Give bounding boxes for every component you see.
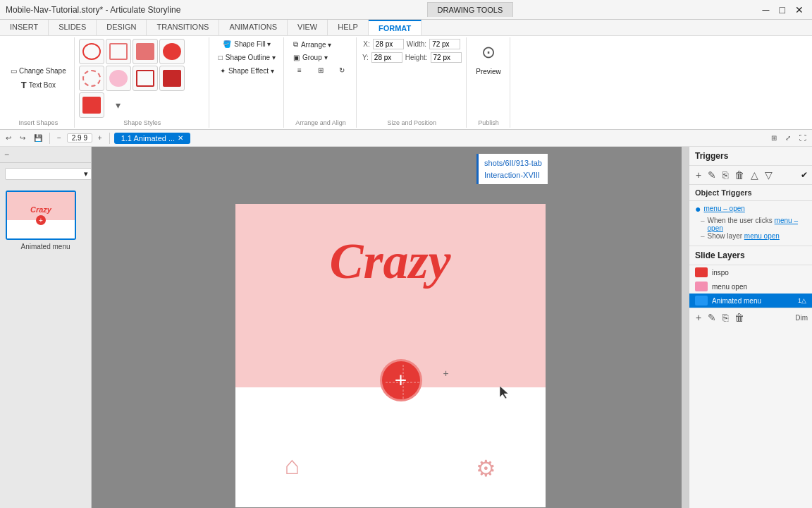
tab-format[interactable]: FORMAT (369, 20, 422, 35)
size-position-content: X: Width: Y: Height: (362, 39, 462, 118)
tab-design[interactable]: DESIGN (97, 20, 147, 35)
redo-btn[interactable]: ↪ (17, 133, 28, 143)
trigger-text: menu – open (703, 204, 744, 214)
svg-marker-2 (500, 386, 508, 399)
view-controls: ⊞ ⤢ ⛶ (768, 133, 809, 143)
align-btn[interactable]: ≡ (290, 65, 309, 75)
title-bar-tabs: DRAWING TOOLS (427, 2, 514, 17)
center-plus-button[interactable]: + (380, 359, 422, 401)
zoom-out-btn[interactable]: − (54, 133, 64, 143)
shape-style-3[interactable] (133, 39, 158, 64)
text-box-btn[interactable]: T Text Box (7, 78, 70, 92)
text-box-icon: T (21, 80, 27, 90)
title-bar: Mobile-Nav-Tutorial.story* - Articulate … (0, 0, 812, 20)
panel-collapse-btn[interactable]: − (4, 150, 9, 159)
layer-inspo[interactable]: inspo (689, 265, 812, 279)
home-icon[interactable]: ⌂ (285, 451, 300, 480)
triggers-header: Triggers (689, 147, 812, 166)
tab-slides[interactable]: SLIDES (49, 20, 97, 35)
layer-menu-open[interactable]: menu open (689, 279, 812, 294)
slide-tabs-area: 1.1 Animated ... ✕ (114, 133, 190, 144)
layer-add-btn[interactable]: + (694, 310, 703, 325)
tab-animations[interactable]: ANIMATIONS (219, 20, 288, 35)
height-input[interactable] (431, 52, 462, 63)
preview-btn[interactable]: Preview (476, 68, 501, 75)
trigger-move-up-btn[interactable]: △ (749, 168, 761, 182)
layer-edit-btn[interactable]: ✎ (706, 310, 718, 325)
shape-style-6[interactable] (106, 66, 131, 91)
trigger-edit-btn[interactable]: ✎ (706, 168, 718, 182)
undo-btn[interactable]: ↩ (3, 133, 14, 143)
shape-style-9[interactable] (79, 92, 104, 118)
trigger-delete-btn[interactable]: 🗑 (732, 168, 746, 182)
close-btn[interactable]: ✕ (792, 4, 806, 16)
trigger-click-link[interactable]: menu – open (708, 217, 798, 232)
rotate-btn[interactable]: ↻ (332, 65, 352, 75)
tab-insert[interactable]: INSERT (0, 20, 49, 35)
shape-style-5[interactable] (79, 66, 104, 91)
tab-help[interactable]: HELP (328, 20, 369, 35)
shape-style-4[interactable] (159, 39, 185, 64)
canvas-area[interactable]: shots/6II/913-tabInteraction-XVIII Crazy… (92, 147, 689, 508)
normal-view-btn[interactable]: ⊞ (768, 133, 780, 143)
insert-shapes-group: ▭ Change Shape T Text Box Insert Shapes (3, 37, 75, 128)
slide-thumbnail[interactable]: Crazy + (6, 190, 76, 240)
trigger-when-text: When the user clicks menu – open (708, 217, 812, 232)
shape-style-8[interactable] (159, 66, 185, 91)
trigger-move-down-btn[interactable]: ▽ (763, 168, 775, 182)
fit-btn[interactable]: ⤢ (782, 133, 794, 143)
distribute-btn[interactable]: ⊞ (311, 65, 331, 75)
menu-open-link[interactable]: menu – open (703, 205, 744, 212)
layer-menu-open-name: menu open (712, 283, 747, 291)
save-btn[interactable]: 💾 (31, 133, 45, 143)
shape-fill-btn[interactable]: 🪣 Shape Fill ▾ (215, 39, 279, 49)
minimize-btn[interactable]: ─ (760, 4, 773, 16)
trigger-show-dash: – (701, 232, 705, 240)
shape-style-7[interactable] (133, 66, 158, 91)
maximize-btn[interactable]: □ (777, 4, 788, 16)
shape-outline-label: Shape Outline ▾ (226, 54, 276, 61)
layer-animated-menu[interactable]: Animated menu 1△ (689, 294, 812, 308)
change-shape-btn[interactable]: ▭ Change Shape (7, 66, 70, 76)
zoom-in-btn[interactable]: + (95, 133, 105, 143)
secondary-toolbar: ↩ ↪ 💾 − 2.9 9 + 1.1 Animated ... ✕ ⊞ ⤢ ⛶ (0, 130, 812, 147)
trigger-copy-btn[interactable]: ⎘ (720, 168, 730, 182)
width-input[interactable] (429, 39, 460, 49)
x-input[interactable] (373, 39, 404, 49)
group-btn[interactable]: ▣ Group ▾ (290, 52, 331, 63)
slide-tab-close[interactable]: ✕ (178, 134, 183, 142)
tab-transitions[interactable]: TRANSITIONS (147, 20, 219, 35)
layer-delete-btn[interactable]: 🗑 (732, 310, 746, 325)
x-field-group: X: (363, 39, 403, 49)
y-input[interactable] (371, 52, 402, 63)
trigger-show-link[interactable]: menu open (744, 232, 780, 240)
gear-icon[interactable]: ⚙ (476, 455, 496, 482)
layer-copy-btn[interactable]: ⎘ (720, 310, 730, 325)
shape-styles-group: ▾ Shape Styles (76, 37, 209, 128)
height-label: Height: (405, 54, 428, 61)
panel-dropdown[interactable]: ▾ (5, 168, 92, 180)
trigger-check-btn[interactable]: ✔ (801, 170, 808, 180)
divider-2 (109, 133, 110, 144)
link-overlay[interactable]: shots/6II/913-tabInteraction-XVIII (476, 154, 548, 184)
shape-style-1[interactable] (79, 39, 104, 64)
object-triggers-label: Object Triggers (689, 185, 812, 201)
shape-style-2[interactable] (106, 39, 131, 64)
fullscreen-btn[interactable]: ⛶ (796, 133, 809, 143)
shape-effect-btn[interactable]: ✦ Shape Effect ▾ (215, 66, 279, 76)
tab-view[interactable]: VIEW (288, 20, 328, 35)
drawing-tools-tab[interactable]: DRAWING TOOLS (427, 2, 514, 17)
shape-styles-more-btn[interactable]: ▾ (106, 92, 131, 118)
arrange-btn[interactable]: ⧉ Arrange ▾ (290, 39, 335, 50)
shape-outline-btn[interactable]: □ Shape Outline ▾ (215, 52, 279, 63)
trigger-add-btn[interactable]: + (694, 168, 703, 182)
dim-label-layers: Dim (795, 314, 808, 322)
active-slide-tab[interactable]: 1.1 Animated ... ✕ (114, 133, 190, 144)
app-title: Mobile-Nav-Tutorial.story* - Articulate … (6, 5, 180, 15)
insert-shapes-label: Insert Shapes (19, 118, 59, 126)
publish-content: ⊙ Preview (475, 39, 502, 118)
canvas-vscroll[interactable] (682, 147, 689, 508)
panel-dropdown-arrow: ▾ (84, 169, 88, 179)
ribbon: INSERT SLIDES DESIGN TRANSITIONS ANIMATI… (0, 20, 812, 130)
preview-icon[interactable]: ⊙ (475, 39, 502, 66)
